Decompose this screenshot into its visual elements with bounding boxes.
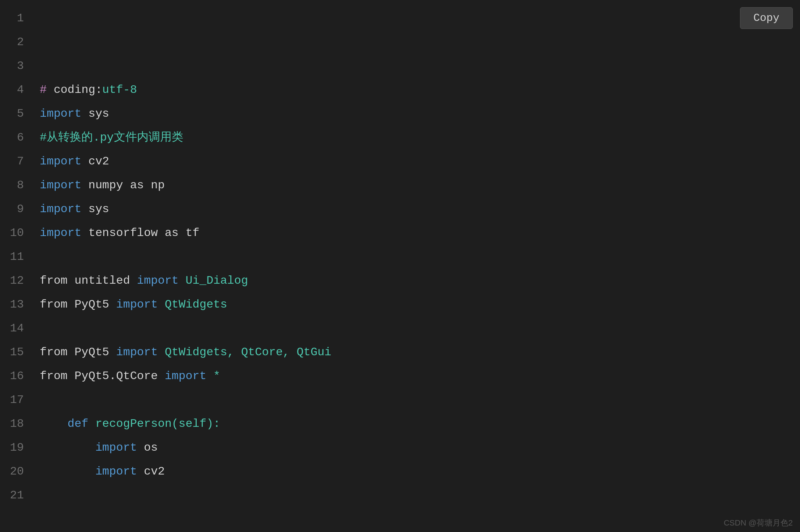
- func-recogperson: recogPerson(self):: [95, 417, 221, 430]
- module-numpy: numpy: [81, 179, 130, 192]
- import-ui-dialog: Ui_Dialog: [179, 274, 248, 287]
- module-sys: sys: [81, 107, 109, 120]
- code-container: 1 2 3 4 5 6 7 8 9 10 11 12 13 14 15 16 1…: [0, 0, 800, 532]
- code-line-12: from untitled import Ui_Dialog: [40, 269, 800, 293]
- import-qtwidgets-13: QtWidgets: [158, 298, 227, 311]
- space-18: [88, 417, 95, 430]
- kw-from-13: from: [40, 298, 68, 311]
- alias-tf: tf: [179, 226, 200, 240]
- line-numbers: 1 2 3 4 5 6 7 8 9 10 11 12 13 14 15 16 1…: [0, 4, 33, 532]
- kw-import-16: import: [165, 369, 206, 383]
- kw-import-9: import: [40, 202, 81, 216]
- module-cv2-20: cv2: [137, 465, 165, 478]
- line-num-4: 4: [0, 78, 24, 102]
- indent-18: [40, 417, 68, 430]
- line-num-15: 15: [0, 340, 24, 364]
- line-num-13: 13: [0, 293, 24, 317]
- line-num-20: 20: [0, 460, 24, 484]
- indent-19: [40, 441, 95, 454]
- code-line-4: # coding:utf-8: [40, 78, 800, 102]
- module-tensorflow: tensorflow: [81, 226, 164, 240]
- code-line-3: [40, 54, 800, 78]
- kw-import-10: import: [40, 226, 81, 240]
- line-num-17: 17: [0, 388, 24, 412]
- code-line-10: import tensorflow as tf: [40, 221, 800, 245]
- module-pyqt5-13: PyQt5: [68, 298, 116, 311]
- code-line-17: [40, 388, 800, 412]
- line-num-19: 19: [0, 436, 24, 460]
- code-line-11: [40, 245, 800, 269]
- import-qtwidgets-15: QtWidgets, QtCore, QtGui: [158, 346, 331, 359]
- module-pyqt5-15: PyQt5: [68, 346, 116, 359]
- code-line-6: #从转换的.py文件内调用类: [40, 126, 800, 150]
- code-line-8: import numpy as np: [40, 173, 800, 197]
- code-line-13: from PyQt5 import QtWidgets: [40, 293, 800, 317]
- module-untitled: untitled: [68, 274, 137, 287]
- code-line-19: import os: [40, 436, 800, 460]
- line-num-16: 16: [0, 364, 24, 388]
- line-num-18: 18: [0, 412, 24, 436]
- copy-button[interactable]: Copy: [740, 7, 793, 29]
- module-os: os: [137, 441, 158, 454]
- kw-import-8: import: [40, 179, 81, 192]
- code-line-18: def recogPerson(self):: [40, 412, 800, 436]
- line-num-14: 14: [0, 317, 24, 340]
- code-line-16: from PyQt5.QtCore import *: [40, 364, 800, 388]
- line-num-5: 5: [0, 102, 24, 126]
- line-num-1: 1: [0, 7, 24, 30]
- line-num-8: 8: [0, 173, 24, 197]
- coding-text: coding:: [47, 83, 102, 96]
- line-num-10: 10: [0, 221, 24, 245]
- code-line-2: [40, 30, 800, 54]
- line-num-11: 11: [0, 245, 24, 269]
- line-num-12: 12: [0, 269, 24, 293]
- code-line-1: [40, 7, 800, 30]
- kw-from-15: from: [40, 346, 68, 359]
- kw-as-8: as: [130, 179, 144, 192]
- indent-20: [40, 465, 95, 478]
- kw-import-5: import: [40, 107, 81, 120]
- kw-import-20: import: [95, 465, 137, 478]
- line-num-3: 3: [0, 54, 24, 78]
- watermark: CSDN @荷塘月色2: [724, 518, 793, 528]
- kw-import-7: import: [40, 155, 81, 168]
- kw-from-16: from: [40, 369, 68, 383]
- code-line-15: from PyQt5 import QtWidgets, QtCore, QtG…: [40, 340, 800, 364]
- code-line-20: import cv2: [40, 460, 800, 484]
- kw-from-12: from: [40, 274, 68, 287]
- utf-text: utf-8: [102, 83, 137, 96]
- code-area: # coding:utf-8 import sys #从转换的.py文件内调用类…: [33, 4, 800, 532]
- kw-def-18: def: [68, 417, 89, 430]
- kw-import-12: import: [137, 274, 179, 287]
- code-line-21: [40, 484, 800, 507]
- line-num-21: 21: [0, 484, 24, 507]
- code-line-14: [40, 317, 800, 340]
- kw-as-10: as: [165, 226, 179, 240]
- kw-import-13: import: [116, 298, 158, 311]
- module-pyqt5-qtcore: PyQt5.QtCore: [68, 369, 165, 383]
- line-num-7: 7: [0, 150, 24, 173]
- line-num-6: 6: [0, 126, 24, 150]
- code-line-7: import cv2: [40, 150, 800, 173]
- import-star: *: [206, 369, 220, 383]
- code-line-9: import sys: [40, 197, 800, 221]
- kw-import-15: import: [116, 346, 158, 359]
- chinese-comment: #从转换的.py文件内调用类: [40, 131, 183, 144]
- kw-import-19: import: [95, 441, 137, 454]
- module-sys-9: sys: [81, 202, 109, 216]
- module-cv2-7: cv2: [81, 155, 109, 168]
- alias-np: np: [144, 179, 165, 192]
- line-num-2: 2: [0, 30, 24, 54]
- line-num-9: 9: [0, 197, 24, 221]
- code-line-5: import sys: [40, 102, 800, 126]
- hash-symbol: #: [40, 83, 47, 96]
